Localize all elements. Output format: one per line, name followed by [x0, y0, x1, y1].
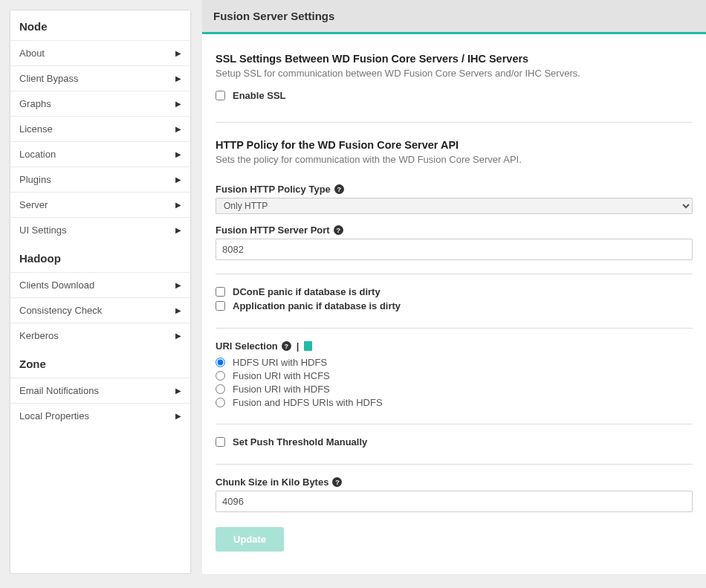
app-panic-label: Application panic if database is dirty — [233, 300, 401, 311]
uri-option-label: Fusion and HDFS URIs with HDFS — [233, 397, 383, 408]
sidebar-item-label: Server — [19, 199, 48, 210]
sidebar-item-label: Kerberos — [19, 330, 59, 341]
uri-option-fusion-hdfs[interactable] — [216, 384, 225, 394]
ssl-desc: Setup SSL for communication between WD F… — [216, 68, 693, 79]
sidebar: Node About▶ Client Bypass▶ Graphs▶ Licen… — [10, 10, 191, 574]
policy-type-select[interactable]: Only HTTP — [216, 198, 693, 214]
chunk-size-input[interactable] — [216, 491, 693, 512]
help-icon[interactable]: ? — [282, 341, 291, 351]
push-threshold-label: Set Push Threshold Manually — [233, 436, 367, 448]
sidebar-item-license[interactable]: License▶ — [10, 116, 190, 141]
dcone-panic-checkbox[interactable] — [216, 287, 225, 297]
help-icon[interactable]: ? — [334, 184, 344, 194]
uri-option-hdfs-hdfs[interactable] — [216, 358, 225, 367]
dcone-panic-label: DConE panic if database is dirty — [233, 286, 380, 297]
enable-ssl-checkbox[interactable] — [216, 91, 225, 100]
chevron-right-icon: ▶ — [175, 281, 181, 289]
http-desc: Sets the policy for communication with t… — [216, 154, 693, 165]
sidebar-section-node: Node — [10, 10, 190, 40]
chevron-right-icon: ▶ — [175, 125, 181, 133]
chevron-right-icon: ▶ — [175, 332, 181, 340]
book-icon[interactable] — [304, 341, 312, 351]
separator: | — [297, 340, 299, 352]
app-panic-checkbox[interactable] — [216, 301, 225, 311]
sidebar-item-consistency-check[interactable]: Consistency Check▶ — [10, 297, 190, 323]
sidebar-item-kerberos[interactable]: Kerberos▶ — [10, 323, 190, 348]
sidebar-item-label: Client Bypass — [19, 73, 78, 84]
policy-type-label: Fusion HTTP Policy Type — [216, 184, 331, 195]
sidebar-item-ui-settings[interactable]: UI Settings▶ — [10, 217, 190, 242]
page-title: Fusion Server Settings — [202, 0, 706, 34]
http-policy-section: HTTP Policy for the WD Fusion Core Serve… — [216, 139, 693, 552]
sidebar-item-label: About — [19, 48, 45, 59]
sidebar-item-graphs[interactable]: Graphs▶ — [10, 91, 190, 116]
sidebar-item-label: Clients Download — [19, 280, 94, 291]
server-port-label: Fusion HTTP Server Port — [216, 224, 330, 236]
chevron-right-icon: ▶ — [175, 74, 181, 83]
sidebar-item-clients-download[interactable]: Clients Download▶ — [10, 272, 190, 297]
uri-option-label: Fusion URI with HDFS — [233, 384, 330, 395]
chevron-right-icon: ▶ — [175, 306, 181, 314]
sidebar-item-email-notifications[interactable]: Email Notifications▶ — [10, 378, 190, 403]
uri-selection-label: URI Selection — [216, 340, 278, 352]
sidebar-item-label: Graphs — [19, 98, 51, 109]
server-port-input[interactable] — [216, 239, 693, 260]
push-threshold-checkbox[interactable] — [216, 437, 225, 447]
chevron-right-icon: ▶ — [175, 201, 181, 209]
uri-option-label: HDFS URI with HDFS — [233, 357, 327, 368]
sidebar-item-label: Email Notifications — [19, 385, 99, 396]
uri-option-fusion-and-hdfs[interactable] — [216, 398, 225, 407]
help-icon[interactable]: ? — [332, 477, 342, 487]
sidebar-item-about[interactable]: About▶ — [10, 40, 190, 65]
chevron-right-icon: ▶ — [175, 412, 181, 420]
chevron-right-icon: ▶ — [175, 100, 181, 108]
chevron-right-icon: ▶ — [175, 175, 181, 184]
ssl-section: SSL Settings Between WD Fusion Core Serv… — [216, 53, 693, 123]
main-content: Fusion Server Settings SSL Settings Betw… — [202, 0, 706, 574]
chunk-size-label: Chunk Size in Kilo Bytes — [216, 476, 328, 488]
sidebar-item-server[interactable]: Server▶ — [10, 192, 190, 217]
update-button[interactable]: Update — [216, 527, 284, 552]
sidebar-item-label: UI Settings — [19, 224, 67, 236]
uri-option-fusion-hcfs[interactable] — [216, 371, 225, 381]
sidebar-section-zone: Zone — [10, 348, 190, 378]
enable-ssl-label: Enable SSL — [233, 90, 286, 101]
sidebar-item-plugins[interactable]: Plugins▶ — [10, 167, 190, 192]
chevron-right-icon: ▶ — [175, 150, 181, 158]
sidebar-item-client-bypass[interactable]: Client Bypass▶ — [10, 65, 190, 91]
sidebar-item-label: Plugins — [19, 174, 51, 185]
chevron-right-icon: ▶ — [175, 387, 181, 395]
sidebar-item-label: License — [19, 123, 53, 135]
sidebar-item-label: Consistency Check — [19, 305, 102, 316]
sidebar-item-local-properties[interactable]: Local Properties▶ — [10, 403, 190, 428]
chevron-right-icon: ▶ — [175, 49, 181, 57]
uri-option-label: Fusion URI with HCFS — [233, 370, 330, 381]
ssl-title: SSL Settings Between WD Fusion Core Serv… — [216, 53, 693, 65]
sidebar-item-location[interactable]: Location▶ — [10, 141, 190, 167]
sidebar-section-hadoop: Hadoop — [10, 242, 190, 272]
help-icon[interactable]: ? — [334, 225, 343, 235]
sidebar-item-label: Local Properties — [19, 410, 89, 421]
sidebar-item-label: Location — [19, 149, 56, 160]
http-title: HTTP Policy for the WD Fusion Core Serve… — [216, 139, 693, 151]
chevron-right-icon: ▶ — [175, 226, 181, 234]
